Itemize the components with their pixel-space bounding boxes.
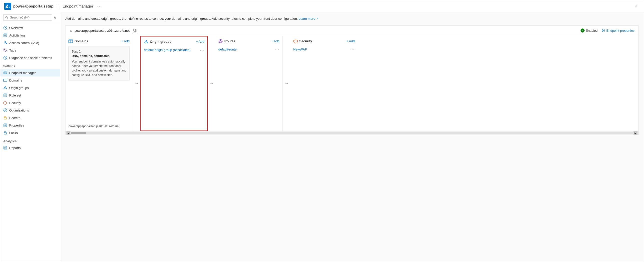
sidebar-item-activity-log[interactable]: Activity log [0, 32, 60, 39]
domains-panel-header: Domains + Add [68, 39, 130, 44]
security-item-0: NewWAF ··· [293, 47, 355, 53]
sidebar-item-properties[interactable]: Properties [0, 122, 60, 129]
activity-icon [3, 33, 7, 37]
domains-panel-title: Domains [74, 39, 88, 43]
security-panel-title: Security [299, 39, 312, 43]
content-area: Add domains and create origin groups, th… [60, 12, 644, 262]
reports-label: Reports [9, 146, 21, 150]
svg-rect-5 [4, 34, 7, 37]
sidebar-item-security[interactable]: Security [0, 99, 60, 107]
arrow-1: → [133, 81, 140, 86]
security-panel-icon [293, 39, 298, 44]
svg-rect-35 [134, 29, 136, 31]
endpoint-icon [3, 71, 7, 75]
endpoint-card: ▲ powerappsportalsetup.z01.azurefd.net [65, 25, 639, 135]
collapse-button[interactable]: « [53, 15, 57, 21]
secrets-icon [3, 116, 7, 120]
origin-groups-panel-title: Origin groups [150, 40, 171, 44]
scroll-right-button[interactable]: ▶ [634, 131, 638, 135]
external-link-icon: ↗ [316, 17, 318, 20]
close-button[interactable]: × [633, 3, 640, 10]
sidebar-item-diagnose[interactable]: Diagnose and solve problems [0, 54, 60, 62]
origin-groups-add-button[interactable]: + Add [196, 40, 204, 44]
svg-point-43 [146, 41, 147, 42]
tags-label: Tags [9, 49, 16, 52]
activity-log-label: Activity log [9, 34, 25, 37]
svg-point-45 [220, 41, 221, 42]
optimizations-label: Optimizations [9, 109, 29, 112]
copy-icon [133, 29, 137, 32]
svg-point-8 [5, 42, 6, 43]
endpoint-header: ▲ powerappsportalsetup.z01.azurefd.net [66, 26, 638, 36]
scrollbar-thumb[interactable] [71, 132, 86, 134]
routes-add-button[interactable]: + Add [271, 39, 280, 43]
routes-panel: Routes + Add default-route ··· [215, 36, 283, 131]
routes-title-row: Routes [218, 39, 235, 44]
sidebar-item-secrets[interactable]: Secrets [0, 114, 60, 122]
endpoint-manager-label: Endpoint manager [9, 71, 36, 75]
security-ellipsis-0[interactable]: ··· [350, 48, 355, 52]
optimize-icon [3, 108, 7, 112]
diagnose-icon [3, 56, 7, 60]
sidebar-item-rule-set[interactable]: Rule set [0, 92, 60, 99]
origin-groups-panel-header: Origin groups + Add [144, 40, 204, 44]
svg-rect-21 [4, 94, 7, 97]
route-link-0[interactable]: default-route [218, 48, 236, 51]
header-ellipsis-button[interactable]: ··· [97, 4, 102, 9]
scroll-left-button[interactable]: ◀ [66, 131, 70, 135]
search-input[interactable] [3, 14, 52, 21]
learn-more-link[interactable]: Learn more ↗ [298, 17, 318, 21]
sidebar-item-origin-groups[interactable]: Origin groups [0, 84, 60, 92]
sidebar-item-domains[interactable]: Domains [0, 77, 60, 84]
step-description: Your endpoint domain was automatically a… [72, 59, 126, 77]
ruleset-icon [3, 93, 7, 97]
panels-container: Domains + Add Step 1 DNS, domains, certi… [66, 36, 638, 131]
scrollbar-track[interactable] [71, 132, 633, 134]
endpoint-collapse-button[interactable]: ▲ [70, 29, 72, 32]
sidebar-item-overview[interactable]: Overview [0, 24, 60, 32]
security-link-0[interactable]: NewWAF [293, 48, 307, 51]
settings-section-label: Settings [0, 62, 60, 69]
origin-group-link-0[interactable]: default-origin-group (associated) [144, 48, 190, 52]
sidebar-item-endpoint-manager[interactable]: Endpoint manager [0, 69, 60, 77]
routes-panel-icon [218, 39, 223, 44]
secrets-label: Secrets [9, 116, 20, 120]
resource-name: powerappsportalsetup [13, 4, 54, 8]
domains-label: Domains [9, 79, 22, 82]
properties-icon [3, 123, 7, 127]
route-ellipsis-0[interactable]: ··· [275, 48, 280, 52]
page-title: Endpoint manager [63, 4, 94, 8]
diagnose-label: Diagnose and solve problems [9, 56, 52, 60]
svg-rect-29 [4, 132, 6, 134]
origin-group-ellipsis-0[interactable]: ··· [200, 48, 204, 52]
origin-groups-nav-icon [3, 86, 7, 90]
endpoint-props-icon [602, 29, 605, 32]
routes-panel-header: Routes + Add [218, 39, 280, 44]
origin-groups-label: Origin groups [9, 86, 29, 90]
origin-groups-title-row: Origin groups [144, 40, 171, 44]
properties-label: Properties [9, 124, 24, 127]
horizontal-scrollbar: ◀ ▶ [66, 131, 638, 135]
security-add-button[interactable]: + Add [346, 39, 355, 43]
copy-endpoint-button[interactable] [133, 28, 137, 33]
sidebar-item-optimizations[interactable]: Optimizations [0, 107, 60, 114]
sidebar-item-locks[interactable]: Locks [0, 129, 60, 136]
security-label: Security [9, 101, 21, 105]
sidebar-item-access-control[interactable]: Access control (IAM) [0, 39, 60, 47]
svg-point-16 [4, 73, 5, 73]
main-layout: « Overview [0, 12, 644, 262]
header: powerappsportalsetup | Endpoint manager … [0, 0, 644, 12]
step-number: Step 1 [72, 50, 126, 53]
overview-icon [3, 26, 7, 30]
sidebar-item-tags[interactable]: Tags [0, 47, 60, 54]
sidebar-item-reports[interactable]: Reports [0, 144, 60, 151]
content-info-text: Add domains and create origin groups, th… [65, 16, 639, 21]
endpoint-header-left: ▲ powerappsportalsetup.z01.azurefd.net [70, 28, 580, 33]
endpoint-properties-link[interactable]: Endpoint properties [602, 29, 634, 33]
svg-rect-25 [4, 118, 6, 119]
analytics-section-label: Analytics [0, 136, 60, 144]
domains-step-box: Step 1 DNS, domains, certificates Your e… [68, 47, 130, 81]
domains-add-button[interactable]: + Add [121, 39, 130, 43]
domains-panel: Domains + Add Step 1 DNS, domains, certi… [66, 36, 133, 131]
header-logo: powerappsportalsetup | Endpoint manager … [4, 3, 102, 10]
